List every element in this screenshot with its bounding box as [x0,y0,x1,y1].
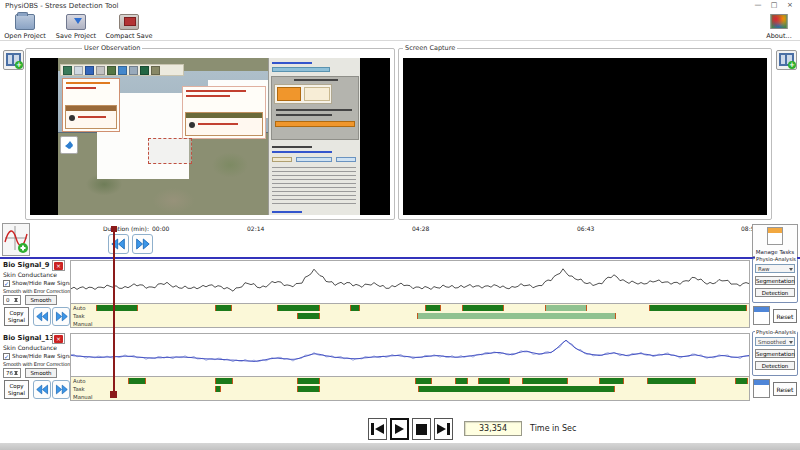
smooth-percent-spinner[interactable]: 76 [3,368,21,378]
timeline-scroll-left-button[interactable] [108,234,129,254]
marker-dot-icon [69,115,75,121]
delete-signal-button[interactable]: × [52,260,65,271]
map-tool-icon [151,66,160,75]
chevron-down-icon [789,341,793,346]
close-button[interactable]: × [782,0,798,11]
screen-capture-video[interactable] [403,58,767,215]
annotation-bar[interactable] [478,378,510,384]
annotation-bar[interactable] [297,378,320,384]
copy-signal-button[interactable]: Copy Signal [4,380,29,399]
timeline-tick: 06:43 [577,225,594,232]
sidebar-search-box [271,76,359,140]
annotation-bar[interactable] [417,313,616,319]
annotation-strip[interactable]: Auto Task Manual [70,376,750,401]
copy-signal-button[interactable]: Copy Signal [4,307,29,326]
playhead-cursor[interactable] [113,228,115,398]
annotation-bar[interactable] [418,386,615,392]
annotation-bar[interactable] [649,305,747,311]
annotation-bar[interactable] [297,386,320,392]
analysis-mode-value: Smoothed [758,339,786,345]
annotation-bar[interactable] [425,305,441,311]
annotation-bar[interactable] [522,378,568,384]
compact-save-button[interactable]: Compact Save [104,13,154,40]
annotation-bar[interactable] [215,378,233,384]
add-user-video-button[interactable]: + [3,50,24,70]
add-screen-video-button[interactable]: + [776,50,797,70]
show-raw-checkbox[interactable]: ✓ [3,353,10,360]
results-table-icon[interactable] [753,306,770,325]
annotation-bar[interactable] [297,313,320,319]
map-tool-icon [96,66,105,75]
annotation-bar[interactable] [545,305,587,311]
open-project-button[interactable]: Open Project [2,13,48,40]
skip-to-start-button[interactable] [368,418,387,440]
annotation-bar[interactable] [215,305,232,311]
annotation-bar[interactable] [599,378,624,384]
map-popup [62,78,120,132]
transport-bar: 33,354 Time in Sec [0,401,800,443]
track-scroll-left-button[interactable] [33,380,51,399]
about-icon [771,14,788,29]
analysis-mode-dropdown[interactable]: Raw [755,264,795,273]
signal-type-label: Skin Conductance [3,344,57,351]
track-scroll-left-button[interactable] [33,307,51,326]
skip-to-end-button[interactable] [434,418,453,440]
track-scroll-right-button[interactable] [52,307,70,326]
annotation-bar[interactable] [455,378,468,384]
add-signal-button[interactable] [2,223,30,256]
minimize-button[interactable]: — [750,0,766,11]
smooth-button[interactable]: Smooth [25,368,57,378]
annotation-bar[interactable] [277,305,320,311]
annotation-strip[interactable]: Auto Task Manual [70,303,750,328]
save-project-button[interactable]: Save Project [53,13,99,40]
annotation-bar[interactable] [735,378,747,384]
signal-plot[interactable] [70,260,750,303]
placeholder-text [272,146,312,148]
reset-button[interactable]: Reset [773,382,797,396]
detection-button[interactable]: Detection [755,288,795,297]
user-observation-video[interactable] [30,58,390,215]
reset-button[interactable]: Reset [773,309,797,323]
annotation-bar[interactable] [96,305,138,311]
manual-annotations [71,393,749,401]
spinner-arrows-icon[interactable] [14,369,19,377]
annotation-bar[interactable] [215,386,220,392]
placeholder-text [78,116,106,118]
time-in-sec-field[interactable]: 33,354 [464,421,522,436]
spinner-arrows-icon[interactable] [14,296,19,304]
placeholder-text [276,114,332,116]
segmentation-button[interactable]: Segmentation [755,276,795,285]
results-table-icon[interactable] [753,379,770,398]
map-pan-control[interactable] [60,136,78,154]
tracks-separator [0,257,800,259]
annotation-bar[interactable] [350,305,360,311]
delete-signal-button[interactable]: × [52,333,65,344]
play-button[interactable] [390,418,409,440]
track-scroll-right-button[interactable] [52,380,70,399]
timeline-scroll-right-button[interactable] [132,234,153,254]
smooth-button[interactable]: Smooth [25,295,57,305]
annotation-bar[interactable] [462,305,505,311]
show-raw-checkbox[interactable]: ✓ [3,280,10,287]
segmentation-button[interactable]: Segmentation [755,349,795,358]
map-popup-subpanel [185,112,263,136]
inactive-tab[interactable] [304,87,330,101]
signal-type-label: Skin Conductance [3,271,57,278]
signal-plus-icon [3,224,29,255]
annotation-bar[interactable] [647,378,696,384]
marker-dot-icon [189,122,195,128]
signal-plot[interactable] [70,333,750,376]
annotation-bar[interactable] [128,378,146,384]
detection-button[interactable]: Detection [755,361,795,370]
stop-button[interactable] [412,418,431,440]
show-raw-label: Show/Hide Raw Signal [12,280,74,286]
maximize-button[interactable]: □ [766,0,782,11]
about-button[interactable]: About... [760,13,798,40]
delete-icon: × [54,262,63,270]
manage-tasks-button[interactable]: Manage Tasks [752,224,798,257]
smooth-percent-spinner[interactable]: 0 [3,295,21,305]
active-tab[interactable] [277,87,301,101]
analysis-mode-dropdown[interactable]: Smoothed [755,337,795,346]
annotation-bar[interactable] [415,378,433,384]
play-icon [395,424,404,434]
